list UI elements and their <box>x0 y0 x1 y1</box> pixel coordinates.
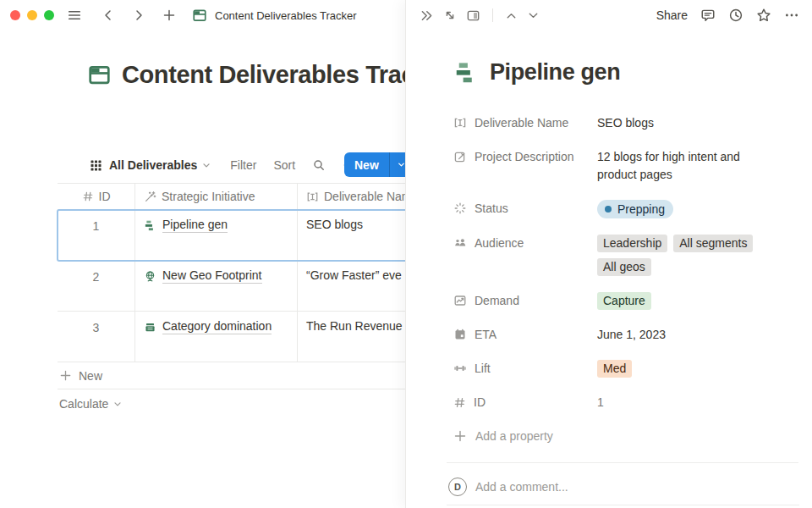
property-value[interactable]: 12 blogs for high intent and product pag… <box>597 148 762 184</box>
sidebar-toggle-icon[interactable] <box>64 5 85 25</box>
new-tab-icon[interactable] <box>159 5 179 25</box>
relation-link[interactable]: Pipeline gen <box>144 218 228 233</box>
view-selector[interactable]: All Deliverables <box>102 158 211 172</box>
new-record-button[interactable]: New <box>344 152 413 177</box>
record-icon <box>453 60 479 86</box>
plus-icon <box>453 429 467 443</box>
status-dot-icon <box>605 206 612 213</box>
property-label-text: Lift <box>475 360 491 377</box>
property-row-project-description: Project Description 12 blogs for high in… <box>453 148 798 200</box>
breadcrumb-page-title: Content Deliverables Tracker <box>215 9 357 22</box>
cell-strategic-initiative[interactable]: Category domination <box>135 312 298 362</box>
close-window-button[interactable] <box>10 10 20 20</box>
status-text: Prepping <box>617 201 665 218</box>
property-label-text: Project Description <box>475 148 574 165</box>
link-text: New Geo Footprint <box>162 268 262 284</box>
zoom-window-button[interactable] <box>44 10 54 20</box>
property-row-lift: Lift Med <box>453 360 798 394</box>
cell-strategic-initiative[interactable]: Pipeline gen <box>135 210 298 260</box>
view-name: All Deliverables <box>109 158 197 172</box>
comment-input[interactable]: D Add a comment... <box>448 478 798 496</box>
tag[interactable]: Leadership <box>597 235 667 252</box>
bar-chart-icon <box>453 60 479 86</box>
more-options-icon[interactable] <box>784 8 799 23</box>
close-peek-icon[interactable] <box>420 8 434 23</box>
search-icon[interactable] <box>312 158 326 172</box>
property-label[interactable]: ID <box>453 394 597 411</box>
property-value[interactable]: Med <box>597 360 632 378</box>
expand-page-icon[interactable] <box>443 8 457 22</box>
previous-record-icon[interactable] <box>505 9 518 22</box>
property-label[interactable]: Audience <box>453 235 597 251</box>
next-record-icon[interactable] <box>527 9 540 22</box>
comments-icon[interactable] <box>700 8 716 23</box>
peek-panel: Share Pipeline gen Del <box>405 0 812 508</box>
trend-chart-icon <box>453 294 467 307</box>
forward-icon[interactable] <box>129 5 149 25</box>
property-value[interactable]: Prepping <box>597 200 673 218</box>
relation-link[interactable]: New Geo Footprint <box>144 268 262 284</box>
column-label: ID <box>99 190 111 203</box>
tag[interactable]: Capture <box>597 292 651 310</box>
database-page-icon <box>189 5 210 25</box>
property-value[interactable]: Capture <box>597 292 651 310</box>
favorite-star-icon[interactable] <box>756 8 771 23</box>
property-label[interactable]: ETA <box>453 326 597 343</box>
column-label: Strategic Initiative <box>162 190 255 203</box>
cell-id[interactable]: 1 <box>58 210 135 260</box>
property-label-text: Deliverable Name <box>475 114 568 131</box>
column-header-strategic-initiative[interactable]: Strategic Initiative <box>135 184 298 209</box>
record-title[interactable]: Pipeline gen <box>490 59 620 86</box>
property-row-audience: Audience Leadership All segments All geo… <box>453 235 798 292</box>
peek-topbar: Share <box>406 0 812 30</box>
comment-placeholder: Add a comment... <box>475 480 568 494</box>
column-header-id[interactable]: ID <box>58 184 135 209</box>
side-peek-icon[interactable] <box>466 8 480 23</box>
property-value[interactable]: 1 <box>597 394 604 411</box>
add-property-button[interactable]: Add a property <box>453 429 798 443</box>
property-label[interactable]: Project Description <box>453 148 597 165</box>
view-toolbar: All Deliverables Filter Sort New <box>90 152 356 178</box>
calendar-icon <box>453 328 467 341</box>
property-label[interactable]: Status <box>453 200 597 217</box>
property-value[interactable]: June 1, 2023 <box>597 326 666 344</box>
add-property-label: Add a property <box>475 429 553 443</box>
cell-id[interactable]: 2 <box>58 261 135 311</box>
property-label[interactable]: Demand <box>453 292 597 309</box>
toolbar-divider <box>492 8 493 22</box>
table-view-icon[interactable] <box>90 159 102 172</box>
property-label[interactable]: Lift <box>453 360 597 377</box>
link-text: Pipeline gen <box>162 218 228 233</box>
sort-button[interactable]: Sort <box>273 158 295 172</box>
database-title-icon <box>88 64 111 86</box>
tag[interactable]: All segments <box>673 235 753 252</box>
history-icon[interactable] <box>728 8 743 23</box>
tag[interactable]: All geos <box>597 258 651 276</box>
cell-id[interactable]: 3 <box>58 312 135 362</box>
calculate-label: Calculate <box>59 397 108 411</box>
relation-link[interactable]: Category domination <box>144 319 272 334</box>
property-label[interactable]: Deliverable Name <box>453 114 597 131</box>
status-pill[interactable]: Prepping <box>597 200 673 218</box>
cell-strategic-initiative[interactable]: New Geo Footprint <box>135 261 298 311</box>
property-value[interactable]: SEO blogs <box>597 114 654 132</box>
globe-icon <box>144 270 156 283</box>
tag[interactable]: Med <box>597 360 632 378</box>
share-button[interactable]: Share <box>656 8 688 22</box>
new-row-label: New <box>79 369 102 383</box>
property-row-id: ID 1 <box>453 394 798 428</box>
title-property-icon <box>306 190 319 203</box>
page-title[interactable]: Content Deliverables Tracker <box>122 61 451 89</box>
bar-chart-icon <box>144 219 156 232</box>
filter-button[interactable]: Filter <box>230 158 256 172</box>
minimize-window-button[interactable] <box>27 10 37 20</box>
page-title-row: Content Deliverables Tracker <box>88 61 451 89</box>
property-row-deliverable-name: Deliverable Name SEO blogs <box>453 114 798 148</box>
stack-icon <box>144 321 156 334</box>
column-label: Deliverable Name <box>324 190 418 203</box>
back-icon[interactable] <box>98 5 118 25</box>
status-icon <box>453 202 467 215</box>
property-value[interactable]: Leadership All segments All geos <box>597 235 787 276</box>
plus-icon <box>59 369 72 382</box>
hash-icon <box>453 396 466 409</box>
